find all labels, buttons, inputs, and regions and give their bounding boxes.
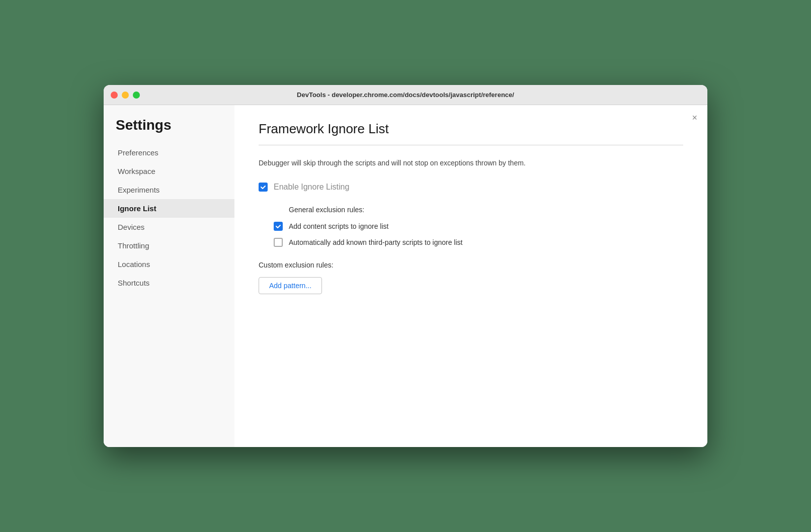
close-traffic-light[interactable] [111, 92, 118, 99]
sidebar: Settings Preferences Workspace Experimen… [104, 105, 234, 447]
sidebar-item-experiments[interactable]: Experiments [104, 181, 234, 199]
browser-title: DevTools - developer.chrome.com/docs/dev… [297, 91, 514, 99]
sidebar-item-preferences[interactable]: Preferences [104, 143, 234, 162]
auto-add-third-party-label: Automatically add known third-party scri… [289, 238, 462, 246]
exclusion-rules-section: General exclusion rules: Add content scr… [274, 206, 683, 247]
sidebar-item-shortcuts[interactable]: Shortcuts [104, 274, 234, 292]
enable-ignore-listing-label: Enable Ignore Listing [274, 183, 349, 192]
auto-add-third-party-checkbox[interactable] [274, 238, 283, 247]
traffic-lights [111, 92, 140, 99]
sidebar-item-throttling[interactable]: Throttling [104, 236, 234, 255]
add-pattern-button[interactable]: Add pattern... [259, 277, 322, 294]
divider [259, 145, 683, 145]
general-exclusion-label: General exclusion rules: [289, 206, 683, 214]
main-content: × Framework Ignore List Debugger will sk… [234, 105, 707, 447]
maximize-traffic-light[interactable] [133, 92, 140, 99]
browser-content: Settings Preferences Workspace Experimen… [104, 105, 707, 447]
browser-window: DevTools - developer.chrome.com/docs/dev… [104, 85, 707, 447]
minimize-traffic-light[interactable] [122, 92, 129, 99]
add-content-scripts-checkbox[interactable] [274, 222, 283, 231]
custom-exclusion-label: Custom exclusion rules: [259, 261, 683, 269]
close-button[interactable]: × [692, 113, 697, 122]
settings-container: Settings Preferences Workspace Experimen… [104, 105, 707, 447]
description: Debugger will skip through the scripts a… [259, 157, 651, 168]
page-title: Framework Ignore List [259, 121, 683, 137]
custom-exclusion-section: Custom exclusion rules: Add pattern... [259, 261, 683, 294]
sidebar-item-devices[interactable]: Devices [104, 218, 234, 236]
sidebar-item-ignore-list[interactable]: Ignore List [104, 199, 234, 218]
enable-ignore-listing-row: Enable Ignore Listing [259, 183, 683, 192]
rule-row-third-party: Automatically add known third-party scri… [274, 238, 683, 247]
sidebar-item-locations[interactable]: Locations [104, 255, 234, 274]
add-content-scripts-label: Add content scripts to ignore list [289, 222, 388, 230]
sidebar-item-workspace[interactable]: Workspace [104, 162, 234, 181]
enable-ignore-listing-checkbox[interactable] [259, 183, 268, 192]
title-bar: DevTools - developer.chrome.com/docs/dev… [104, 85, 707, 105]
rule-row-content-scripts: Add content scripts to ignore list [274, 222, 683, 231]
sidebar-heading: Settings [104, 117, 234, 143]
